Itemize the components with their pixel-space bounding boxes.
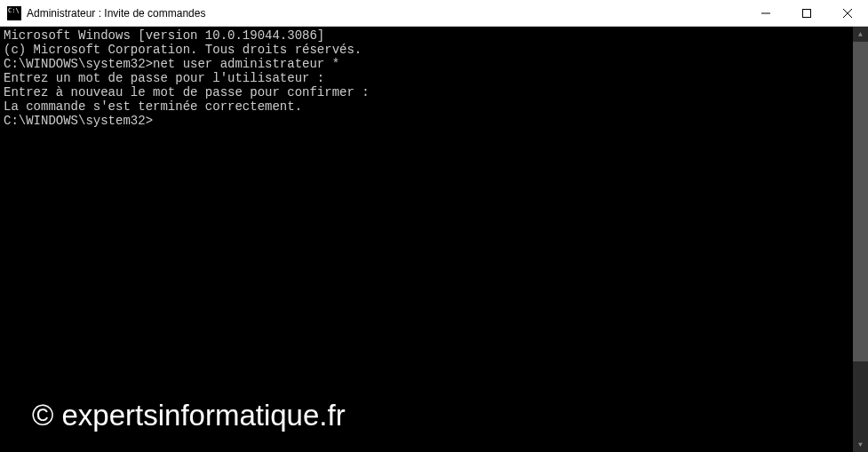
minimize-button[interactable]: [745, 0, 786, 26]
terminal-line: (c) Microsoft Corporation. Tous droits r…: [4, 43, 849, 57]
terminal-line: C:\WINDOWS\system32>: [4, 114, 849, 128]
maximize-button[interactable]: [786, 0, 827, 26]
window-titlebar: Administrateur : Invite de commandes: [0, 0, 868, 27]
close-button[interactable]: [827, 0, 868, 26]
close-icon: [843, 9, 852, 18]
maximize-icon: [802, 9, 811, 18]
terminal-line: Microsoft Windows [version 10.0.19044.30…: [4, 28, 849, 43]
terminal-area: Microsoft Windows [version 10.0.19044.30…: [0, 27, 868, 452]
cmd-icon: [7, 6, 21, 20]
terminal-line: La commande s'est terminée correctement.: [4, 99, 849, 114]
terminal-content[interactable]: Microsoft Windows [version 10.0.19044.30…: [0, 27, 853, 452]
scrollbar-down-arrow[interactable]: ▼: [853, 437, 868, 452]
terminal-line: Entrez à nouveau le mot de passe pour co…: [4, 85, 849, 99]
minimize-icon: [761, 9, 770, 18]
terminal-line: Entrez un mot de passe pour l'utilisateu…: [4, 71, 849, 85]
scrollbar-up-arrow[interactable]: ▲: [853, 27, 868, 42]
window-controls: [745, 0, 868, 26]
svg-rect-1: [803, 9, 811, 17]
vertical-scrollbar[interactable]: ▲ ▼: [853, 27, 868, 452]
scrollbar-thumb[interactable]: [853, 42, 868, 361]
terminal-line: C:\WINDOWS\system32>net user administrat…: [4, 57, 849, 71]
window-title: Administrateur : Invite de commandes: [27, 7, 745, 20]
